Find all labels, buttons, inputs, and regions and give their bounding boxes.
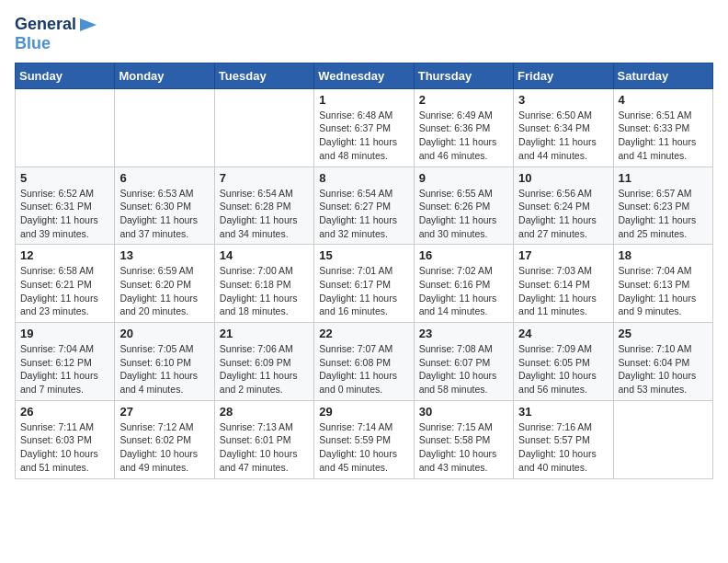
logo: General Blue	[15, 15, 97, 53]
calendar-cell	[613, 400, 712, 478]
day-info: Sunrise: 7:04 AM Sunset: 6:12 PM Dayligh…	[20, 342, 109, 396]
day-info: Sunrise: 7:11 AM Sunset: 6:03 PM Dayligh…	[20, 420, 109, 475]
day-info: Sunrise: 6:54 AM Sunset: 6:27 PM Dayligh…	[319, 187, 408, 241]
column-header-monday: Monday	[115, 63, 214, 88]
day-number: 26	[20, 405, 109, 419]
day-info: Sunrise: 6:48 AM Sunset: 6:37 PM Dayligh…	[319, 109, 408, 163]
calendar-cell: 18Sunrise: 7:04 AM Sunset: 6:13 PM Dayli…	[613, 245, 712, 323]
logo-arrow-icon	[80, 18, 97, 31]
column-header-tuesday: Tuesday	[214, 63, 313, 88]
day-info: Sunrise: 7:04 AM Sunset: 6:13 PM Dayligh…	[619, 264, 708, 318]
day-number: 22	[319, 327, 408, 340]
calendar-week-row: 1Sunrise: 6:48 AM Sunset: 6:37 PM Daylig…	[16, 88, 713, 167]
calendar-cell: 9Sunrise: 6:55 AM Sunset: 6:26 PM Daylig…	[414, 167, 513, 245]
calendar-cell: 6Sunrise: 6:53 AM Sunset: 6:30 PM Daylig…	[115, 167, 214, 245]
day-info: Sunrise: 6:58 AM Sunset: 6:21 PM Dayligh…	[20, 264, 109, 318]
day-info: Sunrise: 7:05 AM Sunset: 6:10 PM Dayligh…	[119, 342, 209, 396]
day-info: Sunrise: 7:09 AM Sunset: 6:05 PM Dayligh…	[518, 342, 608, 396]
calendar-cell: 26Sunrise: 7:11 AM Sunset: 6:03 PM Dayli…	[16, 400, 115, 478]
day-number: 31	[518, 405, 608, 419]
logo-text-general: General	[15, 16, 76, 34]
day-info: Sunrise: 6:50 AM Sunset: 6:34 PM Dayligh…	[518, 109, 608, 163]
column-header-wednesday: Wednesday	[314, 63, 414, 88]
calendar-cell: 15Sunrise: 7:01 AM Sunset: 6:17 PM Dayli…	[314, 245, 414, 323]
day-number: 24	[518, 327, 608, 340]
calendar-cell: 19Sunrise: 7:04 AM Sunset: 6:12 PM Dayli…	[16, 323, 115, 401]
calendar-week-row: 12Sunrise: 6:58 AM Sunset: 6:21 PM Dayli…	[16, 245, 713, 323]
calendar-cell: 2Sunrise: 6:49 AM Sunset: 6:36 PM Daylig…	[414, 88, 513, 167]
day-info: Sunrise: 7:10 AM Sunset: 6:04 PM Dayligh…	[619, 342, 708, 396]
calendar-cell: 13Sunrise: 6:59 AM Sunset: 6:20 PM Dayli…	[115, 245, 214, 323]
day-number: 27	[119, 405, 209, 419]
day-info: Sunrise: 7:16 AM Sunset: 5:57 PM Dayligh…	[518, 420, 608, 475]
day-number: 17	[518, 248, 608, 262]
day-info: Sunrise: 7:14 AM Sunset: 5:59 PM Dayligh…	[319, 420, 408, 475]
day-number: 18	[619, 248, 708, 262]
calendar-cell: 23Sunrise: 7:08 AM Sunset: 6:07 PM Dayli…	[414, 323, 513, 401]
day-info: Sunrise: 6:55 AM Sunset: 6:26 PM Dayligh…	[419, 187, 508, 241]
calendar-cell: 8Sunrise: 6:54 AM Sunset: 6:27 PM Daylig…	[314, 167, 414, 245]
day-info: Sunrise: 6:49 AM Sunset: 6:36 PM Dayligh…	[419, 109, 508, 163]
day-info: Sunrise: 6:59 AM Sunset: 6:20 PM Dayligh…	[119, 264, 209, 318]
day-number: 29	[319, 405, 408, 419]
calendar-cell: 5Sunrise: 6:52 AM Sunset: 6:31 PM Daylig…	[16, 167, 115, 245]
day-number: 28	[220, 405, 309, 419]
day-info: Sunrise: 6:54 AM Sunset: 6:28 PM Dayligh…	[220, 187, 309, 241]
column-header-saturday: Saturday	[613, 63, 712, 88]
day-number: 12	[20, 248, 109, 262]
day-info: Sunrise: 6:56 AM Sunset: 6:24 PM Dayligh…	[518, 187, 608, 241]
calendar-cell: 24Sunrise: 7:09 AM Sunset: 6:05 PM Dayli…	[514, 323, 613, 401]
calendar-cell: 27Sunrise: 7:12 AM Sunset: 6:02 PM Dayli…	[115, 400, 214, 478]
calendar-cell: 10Sunrise: 6:56 AM Sunset: 6:24 PM Dayli…	[514, 167, 613, 245]
calendar-cell: 21Sunrise: 7:06 AM Sunset: 6:09 PM Dayli…	[214, 323, 313, 401]
calendar-cell: 4Sunrise: 6:51 AM Sunset: 6:33 PM Daylig…	[613, 88, 712, 167]
day-info: Sunrise: 6:52 AM Sunset: 6:31 PM Dayligh…	[20, 187, 109, 241]
day-info: Sunrise: 6:51 AM Sunset: 6:33 PM Dayligh…	[619, 109, 708, 163]
calendar-week-row: 26Sunrise: 7:11 AM Sunset: 6:03 PM Dayli…	[16, 400, 713, 478]
day-number: 23	[419, 327, 508, 340]
calendar-cell: 3Sunrise: 6:50 AM Sunset: 6:34 PM Daylig…	[514, 88, 613, 167]
day-info: Sunrise: 7:12 AM Sunset: 6:02 PM Dayligh…	[119, 420, 209, 475]
day-number: 16	[419, 248, 508, 262]
day-number: 4	[619, 93, 708, 107]
svg-marker-0	[80, 18, 97, 31]
logo-text-blue: Blue	[15, 35, 51, 53]
day-number: 5	[20, 171, 109, 185]
column-header-thursday: Thursday	[414, 63, 513, 88]
calendar-table: SundayMondayTuesdayWednesdayThursdayFrid…	[15, 63, 713, 479]
calendar-cell	[214, 88, 313, 167]
day-number: 8	[319, 171, 408, 185]
day-number: 15	[319, 248, 408, 262]
day-info: Sunrise: 6:57 AM Sunset: 6:23 PM Dayligh…	[619, 187, 708, 241]
day-number: 6	[119, 171, 209, 185]
calendar-cell: 30Sunrise: 7:15 AM Sunset: 5:58 PM Dayli…	[414, 400, 513, 478]
day-number: 20	[119, 327, 209, 340]
day-number: 10	[518, 171, 608, 185]
day-number: 2	[419, 93, 508, 107]
day-number: 19	[20, 327, 109, 340]
day-number: 21	[220, 327, 309, 340]
day-number: 9	[419, 171, 508, 185]
calendar-cell: 28Sunrise: 7:13 AM Sunset: 6:01 PM Dayli…	[214, 400, 313, 478]
calendar-week-row: 19Sunrise: 7:04 AM Sunset: 6:12 PM Dayli…	[16, 323, 713, 401]
day-number: 3	[518, 93, 608, 107]
calendar-cell	[115, 88, 214, 167]
day-number: 7	[220, 171, 309, 185]
calendar-week-row: 5Sunrise: 6:52 AM Sunset: 6:31 PM Daylig…	[16, 167, 713, 245]
day-info: Sunrise: 7:15 AM Sunset: 5:58 PM Dayligh…	[419, 420, 508, 475]
day-number: 30	[419, 405, 508, 419]
calendar-cell: 17Sunrise: 7:03 AM Sunset: 6:14 PM Dayli…	[514, 245, 613, 323]
calendar-cell: 31Sunrise: 7:16 AM Sunset: 5:57 PM Dayli…	[514, 400, 613, 478]
calendar-header-row: SundayMondayTuesdayWednesdayThursdayFrid…	[16, 63, 713, 88]
day-number: 13	[119, 248, 209, 262]
day-info: Sunrise: 6:53 AM Sunset: 6:30 PM Dayligh…	[119, 187, 209, 241]
column-header-friday: Friday	[514, 63, 613, 88]
day-info: Sunrise: 7:03 AM Sunset: 6:14 PM Dayligh…	[518, 264, 608, 318]
day-info: Sunrise: 7:07 AM Sunset: 6:08 PM Dayligh…	[319, 342, 408, 396]
column-header-sunday: Sunday	[16, 63, 115, 88]
day-number: 25	[619, 327, 708, 340]
calendar-cell: 16Sunrise: 7:02 AM Sunset: 6:16 PM Dayli…	[414, 245, 513, 323]
calendar-cell: 25Sunrise: 7:10 AM Sunset: 6:04 PM Dayli…	[613, 323, 712, 401]
page-header: General Blue	[15, 15, 713, 53]
day-info: Sunrise: 7:02 AM Sunset: 6:16 PM Dayligh…	[419, 264, 508, 318]
